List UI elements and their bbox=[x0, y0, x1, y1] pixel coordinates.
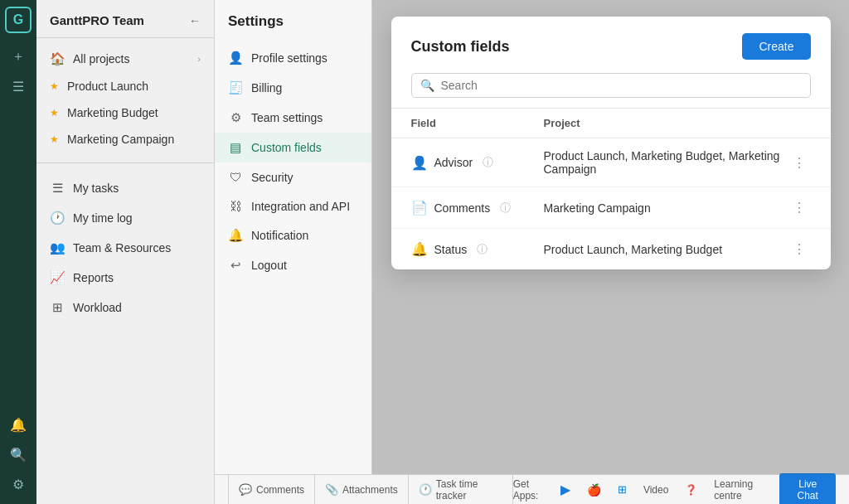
notifications-icon[interactable]: 🔔 bbox=[5, 411, 32, 438]
table-row-advisor[interactable]: 👤 Advisor ⓘ Product Launch, Marketing Bu… bbox=[391, 138, 831, 187]
star-icon-1: ★ bbox=[50, 80, 59, 92]
field-cell-comments: 📄 Comments ⓘ bbox=[411, 200, 544, 216]
comments-bar-icon: 💬 bbox=[239, 483, 252, 496]
main-area: Settings 👤 Profile settings 🧾 Billing ⚙ … bbox=[215, 0, 849, 504]
back-icon[interactable]: ← bbox=[189, 14, 201, 27]
field-name-status: Status bbox=[434, 243, 468, 256]
attachments-bar-item[interactable]: 📎 Attachments bbox=[315, 475, 409, 504]
content-with-settings: Settings 👤 Profile settings 🧾 Billing ⚙ … bbox=[215, 0, 849, 474]
home-icon: 🏠 bbox=[50, 51, 65, 66]
starred-project-3[interactable]: ★ Marketing Campaign bbox=[36, 126, 214, 153]
play-store-btn[interactable]: ▶ bbox=[552, 475, 579, 505]
settings-panel: Settings 👤 Profile settings 🧾 Billing ⚙ … bbox=[215, 0, 372, 474]
project-text-comments: Marketing Campaign bbox=[544, 201, 651, 215]
settings-icon[interactable]: ⚙ bbox=[5, 471, 32, 497]
field-name-comments: Comments bbox=[434, 201, 491, 215]
nav-section: ☰ My tasks 🕐 My time log 👥 Team & Resour… bbox=[36, 167, 214, 329]
video-btn[interactable]: Video bbox=[635, 475, 677, 505]
add-project-icon[interactable]: ＋ bbox=[5, 43, 32, 70]
bottom-bar: 💬 Comments 📎 Attachments 🕐 Task time tra… bbox=[215, 474, 849, 504]
question-icon: ❓ bbox=[685, 484, 697, 496]
sidebar-title: GanttPRO Team bbox=[50, 13, 144, 27]
field-cell-advisor: 👤 Advisor ⓘ bbox=[411, 155, 544, 171]
create-button[interactable]: Create bbox=[742, 33, 810, 60]
col-field-header: Field bbox=[411, 117, 544, 129]
sidebar-divider bbox=[36, 162, 214, 163]
my-tasks-item[interactable]: ☰ My tasks bbox=[36, 173, 214, 203]
team-icon: 👥 bbox=[50, 240, 65, 255]
starred-project-1[interactable]: ★ Product Launch bbox=[36, 73, 214, 99]
windows-icon: ⊞ bbox=[618, 483, 627, 496]
project-cell-comments: Marketing Campaign ⋮ bbox=[544, 198, 811, 217]
all-projects-item[interactable]: 🏠 All projects › bbox=[36, 45, 214, 73]
modal-title: Custom fields bbox=[411, 38, 510, 56]
menu-icon[interactable]: ☰ bbox=[5, 73, 32, 99]
right-content: Custom fields Create 🔍 Field bbox=[372, 0, 849, 474]
settings-security[interactable]: 🛡 Security bbox=[215, 162, 371, 191]
apple-store-btn[interactable]: 🍎 bbox=[579, 475, 609, 505]
reports-icon: 📈 bbox=[50, 270, 65, 285]
time-tracker-bar-item[interactable]: 🕐 Task time tracker bbox=[409, 475, 513, 504]
workload-icon: ⊞ bbox=[50, 300, 65, 315]
settings-notification[interactable]: 🔔 Notification bbox=[215, 220, 371, 250]
team-settings-icon: ⚙ bbox=[228, 110, 243, 125]
search-icon-sm: 🔍 bbox=[420, 79, 434, 92]
settings-title: Settings bbox=[215, 13, 371, 43]
windows-store-btn[interactable]: ⊞ bbox=[609, 475, 635, 505]
project-text-status: Product Launch, Marketing Budget bbox=[544, 243, 723, 256]
settings-logout[interactable]: ↩ Logout bbox=[215, 250, 371, 280]
search-box: 🔍 bbox=[411, 73, 811, 98]
sidebar: GanttPRO Team ← 🏠 All projects › ★ Produ… bbox=[36, 0, 215, 504]
search-icon[interactable]: 🔍 bbox=[5, 441, 32, 468]
field-cell-status: 🔔 Status ⓘ bbox=[411, 241, 544, 257]
custom-fields-icon: ▤ bbox=[228, 140, 243, 155]
workload-item[interactable]: ⊞ Workload bbox=[36, 293, 214, 322]
notification-icon: 🔔 bbox=[228, 228, 243, 243]
settings-team[interactable]: ⚙ Team settings bbox=[215, 103, 371, 133]
col-project-header: Project bbox=[544, 117, 811, 129]
bottom-bar-right: Get Apps: ▶ 🍎 ⊞ Video ❓ Learning centre bbox=[513, 473, 836, 505]
table-row-status[interactable]: 🔔 Status ⓘ Product Launch, Marketing Bud… bbox=[391, 229, 831, 269]
more-icon-advisor[interactable]: ⋮ bbox=[788, 153, 811, 172]
info-icon-status[interactable]: ⓘ bbox=[477, 242, 488, 257]
learning-centre-btn[interactable]: Learning centre bbox=[706, 475, 776, 505]
apple-icon: 🍎 bbox=[587, 483, 601, 497]
settings-integration[interactable]: ⛓ Integration and API bbox=[215, 191, 371, 220]
live-chat-button[interactable]: Live Chat bbox=[779, 473, 836, 505]
modal-header: Custom fields Create bbox=[391, 17, 831, 73]
app-logo[interactable]: G bbox=[5, 7, 32, 33]
profile-icon: 👤 bbox=[228, 51, 243, 65]
icon-bar: G ＋ ☰ 🔔 🔍 ⚙ bbox=[0, 0, 36, 504]
table-row-comments[interactable]: 📄 Comments ⓘ Marketing Campaign ⋮ bbox=[391, 187, 831, 229]
settings-billing[interactable]: 🧾 Billing bbox=[215, 73, 371, 103]
starred-project-2[interactable]: ★ Marketing Budget bbox=[36, 99, 214, 126]
info-icon-advisor[interactable]: ⓘ bbox=[483, 155, 493, 170]
info-icon-comments[interactable]: ⓘ bbox=[500, 201, 511, 216]
more-icon-status[interactable]: ⋮ bbox=[788, 240, 811, 259]
security-icon: 🛡 bbox=[228, 170, 243, 184]
sidebar-header: GanttPRO Team ← bbox=[36, 0, 214, 38]
comments-bar-item[interactable]: 💬 Comments bbox=[228, 475, 315, 504]
settings-profile[interactable]: 👤 Profile settings bbox=[215, 43, 371, 73]
all-projects-section: 🏠 All projects › ★ Product Launch ★ Mark… bbox=[36, 38, 214, 159]
field-name-advisor: Advisor bbox=[434, 156, 473, 169]
help-icon-btn[interactable]: ❓ bbox=[677, 475, 706, 505]
team-resources-item[interactable]: 👥 Team & Resources bbox=[36, 233, 214, 263]
settings-custom-fields[interactable]: ▤ Custom fields bbox=[215, 133, 371, 162]
more-icon-comments[interactable]: ⋮ bbox=[788, 198, 811, 217]
project-cell-status: Product Launch, Marketing Budget ⋮ bbox=[544, 240, 811, 259]
time-tracker-bar-icon: 🕐 bbox=[419, 483, 432, 496]
clock-icon: 🕐 bbox=[50, 211, 65, 225]
reports-item[interactable]: 📈 Reports bbox=[36, 263, 214, 293]
project-text-advisor: Product Launch, Marketing Budget, Market… bbox=[544, 149, 788, 176]
get-apps-label: Get Apps: bbox=[513, 478, 547, 502]
comments-field-icon: 📄 bbox=[411, 200, 428, 216]
status-field-icon: 🔔 bbox=[411, 241, 428, 257]
integration-icon: ⛓ bbox=[228, 199, 243, 213]
search-input[interactable] bbox=[441, 79, 802, 92]
table-header: Field Project bbox=[391, 109, 831, 138]
project-cell-advisor: Product Launch, Marketing Budget, Market… bbox=[544, 149, 811, 176]
play-store-icon: ▶ bbox=[560, 482, 570, 497]
billing-icon: 🧾 bbox=[228, 80, 243, 95]
my-time-log-item[interactable]: 🕐 My time log bbox=[36, 203, 214, 233]
